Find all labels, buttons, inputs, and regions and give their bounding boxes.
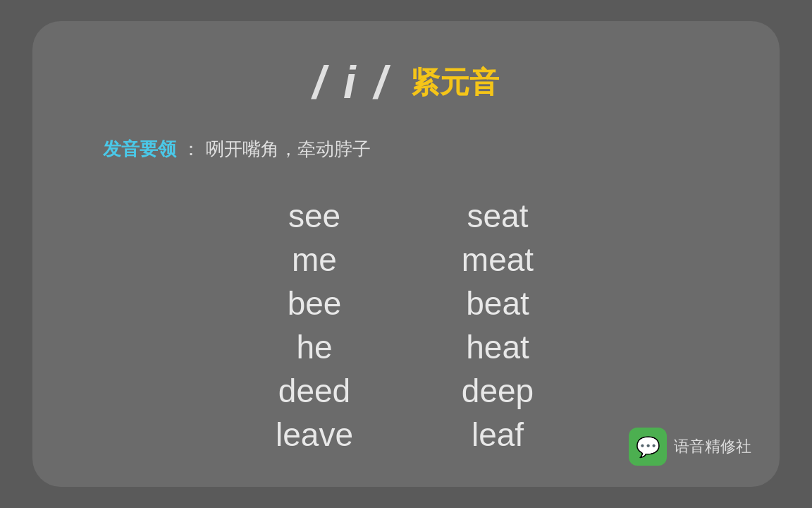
word-left: bee — [244, 284, 385, 322]
wechat-label: 语音精修社 — [674, 436, 751, 457]
description-row: 发音要领 ： 咧开嘴角，牵动脖子 — [89, 137, 371, 162]
word-right: deep — [427, 372, 568, 410]
title-row: / i / 紧元音 — [313, 56, 500, 109]
word-left: he — [244, 328, 385, 366]
word-left: leave — [244, 416, 385, 454]
phoneme-symbol: / i / — [313, 56, 390, 109]
vowel-label: 紧元音 — [410, 63, 499, 102]
main-card: / i / 紧元音 发音要领 ： 咧开嘴角，牵动脖子 seeseatmemeat… — [32, 21, 780, 487]
word-right: heat — [427, 328, 568, 366]
word-left: me — [244, 241, 385, 279]
desc-key: 发音要领 — [103, 137, 176, 162]
word-right: leaf — [427, 416, 568, 454]
word-left: see — [244, 197, 385, 235]
wechat-badge: 💬 语音精修社 — [629, 428, 751, 466]
word-left: deed — [244, 372, 385, 410]
desc-colon: ： — [182, 137, 200, 162]
desc-text: 咧开嘴角，牵动脖子 — [206, 137, 371, 162]
wechat-icon: 💬 — [629, 428, 667, 466]
words-grid: seeseatmemeatbeebeatheheatdeeddeepleavel… — [244, 197, 568, 454]
word-right: beat — [427, 284, 568, 322]
word-right: seat — [427, 197, 568, 235]
word-right: meat — [427, 241, 568, 279]
